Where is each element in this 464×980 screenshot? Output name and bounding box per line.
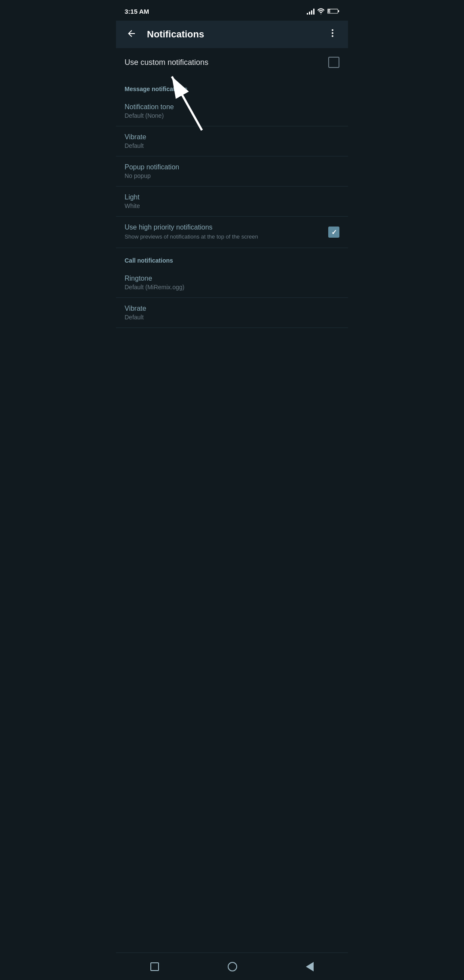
svg-rect-2 <box>338 10 339 12</box>
svg-point-7 <box>332 35 333 37</box>
popup-notification-value: No popup <box>125 172 339 179</box>
ringtone-row[interactable]: Ringtone Default (MiRemix.ogg) <box>116 268 348 298</box>
message-section-title: Message notifications <box>125 86 187 92</box>
light-row[interactable]: Light White <box>116 187 348 217</box>
notification-tone-text: Notification tone Default (None) <box>125 103 339 119</box>
svg-point-5 <box>332 29 333 31</box>
ringtone-value: Default (MiRemix.ogg) <box>125 284 339 291</box>
high-priority-description: Show previews of notifications at the to… <box>125 233 321 241</box>
high-priority-row[interactable]: Use high priority notifications Show pre… <box>116 217 348 248</box>
message-vibrate-title: Vibrate <box>125 133 339 141</box>
status-icons: 25 <box>307 8 339 15</box>
call-vibrate-text: Vibrate Default <box>125 305 339 321</box>
light-text: Light White <box>125 193 339 209</box>
light-value: White <box>125 202 339 209</box>
message-section-header: Message notifications <box>116 77 348 96</box>
battery-icon: 25 <box>327 8 339 14</box>
ringtone-text: Ringtone Default (MiRemix.ogg) <box>125 275 339 291</box>
message-vibrate-text: Vibrate Default <box>125 133 339 149</box>
message-vibrate-row[interactable]: Vibrate Default <box>116 126 348 156</box>
svg-point-0 <box>321 14 321 14</box>
popup-notification-row[interactable]: Popup notification No popup <box>116 156 348 187</box>
signal-icon <box>307 8 314 15</box>
popup-notification-title: Popup notification <box>125 163 339 171</box>
navigation-bar <box>116 952 348 980</box>
page-title: Notifications <box>147 29 324 40</box>
custom-notifications-checkbox[interactable] <box>328 57 339 68</box>
status-bar: 3:15 AM 25 <box>116 0 348 21</box>
content-area: Use custom notifications Message notific… <box>116 48 348 362</box>
call-vibrate-value: Default <box>125 314 339 321</box>
app-bar: Notifications <box>116 21 348 48</box>
call-vibrate-title: Vibrate <box>125 305 339 312</box>
back-nav-button[interactable] <box>296 957 324 977</box>
recent-apps-button[interactable] <box>140 957 169 976</box>
call-section-title: Call notifications <box>125 257 173 264</box>
notification-tone-value: Default (None) <box>125 112 339 119</box>
back-nav-icon <box>306 962 314 971</box>
wifi-icon <box>317 8 325 14</box>
home-icon <box>228 962 237 971</box>
popup-notification-text: Popup notification No popup <box>125 163 339 179</box>
status-time: 3:15 AM <box>125 8 149 15</box>
light-title: Light <box>125 193 339 201</box>
back-button[interactable] <box>123 25 140 44</box>
svg-text:25: 25 <box>328 10 332 13</box>
high-priority-text: Use high priority notifications Show pre… <box>125 224 328 241</box>
high-priority-title: Use high priority notifications <box>125 224 321 231</box>
home-button[interactable] <box>217 957 247 977</box>
notification-tone-row[interactable]: Notification tone Default (None) <box>116 96 348 126</box>
call-vibrate-row[interactable]: Vibrate Default <box>116 298 348 328</box>
call-section-header: Call notifications <box>116 248 348 268</box>
more-options-button[interactable] <box>324 24 341 44</box>
use-custom-notifications-row[interactable]: Use custom notifications <box>116 48 348 77</box>
notification-tone-title: Notification tone <box>125 103 339 111</box>
svg-point-6 <box>332 32 333 34</box>
message-vibrate-value: Default <box>125 142 339 149</box>
high-priority-checkbox[interactable] <box>328 227 339 238</box>
ringtone-title: Ringtone <box>125 275 339 282</box>
recent-apps-icon <box>150 962 159 971</box>
custom-notifications-label: Use custom notifications <box>125 58 208 67</box>
